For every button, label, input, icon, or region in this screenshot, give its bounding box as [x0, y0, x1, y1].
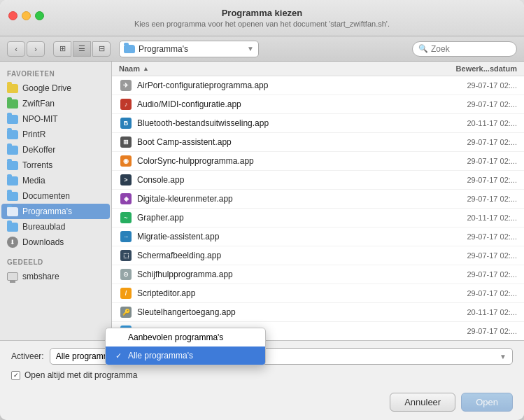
file-item[interactable]: ⊞Boot Camp-assistent.app29-07-17 02:...	[112, 133, 524, 152]
sidebar-item-zwiftfan[interactable]: ZwiftFan	[1, 96, 110, 111]
file-item-icon: ⬚	[119, 248, 133, 262]
sidebar-item-de-koffer[interactable]: DeKoffer	[1, 142, 110, 158]
sidebar-item-npo-mit[interactable]: NPO-MIT	[1, 111, 110, 127]
checkbox-label: Open altijd met dit programma	[24, 370, 137, 380]
folder-icon	[124, 45, 135, 53]
sidebar-item-label: Bureaublad	[22, 222, 65, 232]
file-item-date: 29-07-17 02:...	[426, 327, 517, 335]
documenten-icon	[7, 190, 18, 202]
file-item-date: 29-07-17 02:...	[426, 195, 517, 203]
sidebar-item-label: Programma's	[22, 206, 72, 216]
file-item-name: Grapher.app	[137, 213, 426, 223]
file-item-icon: ♪	[119, 97, 133, 111]
smbshare-icon	[7, 271, 18, 282]
sidebar-item-programmas[interactable]: Programma's	[1, 204, 110, 219]
file-list: ✈AirPort-configuratieprogramma.app29-07-…	[112, 76, 524, 340]
file-item[interactable]: >Console.app29-07-17 02:...	[112, 171, 524, 190]
file-item[interactable]: ⬚Schermafbeelding.app29-07-17 02:...	[112, 246, 524, 265]
file-item-name: Schijfhulpprogramma.app	[137, 270, 426, 279]
sidebar-item-torrents[interactable]: Torrents	[1, 158, 110, 173]
window: Programma kiezen Kies een programma voor…	[0, 0, 524, 420]
col-name-header: Naam ▲	[119, 64, 426, 73]
sort-arrow-icon: ▲	[143, 65, 149, 72]
file-item-date: 29-07-17 02:...	[426, 289, 517, 298]
sidebar-item-label: ZwiftFan	[22, 99, 55, 108]
minimize-button[interactable]	[22, 11, 31, 20]
folder-selector-arrow-icon: ▼	[247, 45, 254, 52]
view-column-button[interactable]: ⊟	[92, 41, 111, 57]
file-item[interactable]: ◈Digitale-kleurenmeter.app29-07-17 02:..…	[112, 190, 524, 209]
cancel-button[interactable]: Annuleer	[390, 393, 455, 412]
view-list-button[interactable]: ☰	[73, 41, 91, 57]
file-item-date: 29-07-17 02:...	[426, 251, 517, 260]
file-item-date: 29-07-17 02:...	[426, 81, 517, 90]
search-icon: 🔍	[418, 44, 428, 53]
folder-selector[interactable]: Programma's ▼	[119, 41, 259, 57]
activeer-label: Activeer:	[11, 351, 44, 361]
file-item[interactable]: ~Grapher.app20-11-17 02:...	[112, 209, 524, 227]
sidebar-item-documenten[interactable]: Documenten	[1, 188, 110, 204]
dropdown-item-aanbevolen[interactable]: Aanbevolen programma's	[106, 328, 265, 346]
open-button[interactable]: Open	[461, 393, 513, 412]
forward-button[interactable]: ›	[27, 41, 45, 57]
sidebar-item-google-drive[interactable]: Google Drive	[1, 80, 110, 96]
file-item[interactable]: BBluetooth-bestandsuitwisseling.app20-11…	[112, 114, 524, 133]
file-item[interactable]: ♪Audio/MIDI-configuratie.app29-07-17 02:…	[112, 95, 524, 114]
file-item[interactable]: ⊙Schijfhulpprogramma.app29-07-17 02:...	[112, 265, 524, 284]
google-drive-icon	[7, 83, 18, 94]
file-item-name: Boot Camp-assistent.app	[137, 137, 426, 147]
sidebar-item-printr[interactable]: PrintR	[1, 127, 110, 142]
search-box[interactable]: 🔍	[412, 41, 517, 57]
file-item[interactable]: →Migratie-assistent.app29-07-17 02:...	[112, 227, 524, 246]
file-item-date: 29-07-17 02:...	[426, 232, 517, 241]
file-item-icon: ~	[119, 211, 133, 225]
file-item-date: 29-07-17 02:...	[426, 100, 517, 108]
sidebar-item-label: Media	[22, 176, 45, 186]
file-item-icon: >	[119, 173, 133, 187]
file-item[interactable]: ◉ColorSync-hulpprogramma.app29-07-17 02:…	[112, 152, 524, 171]
file-item-name: Audio/MIDI-configuratie.app	[137, 99, 426, 109]
back-button[interactable]: ‹	[7, 41, 25, 57]
dropdown-item-alle[interactable]: ✓ Alle programma's	[106, 346, 265, 365]
sidebar-item-media[interactable]: Media	[1, 173, 110, 188]
sidebar-item-smbshare[interactable]: smbshare	[1, 269, 110, 284]
sidebar-item-label: Torrents	[22, 160, 52, 170]
file-item-date: 29-07-17 02:...	[426, 138, 517, 146]
file-item-name: Schermafbeelding.app	[137, 251, 426, 260]
sidebar-item-label: smbshare	[22, 272, 59, 281]
view-buttons: ⊞ ☰ ⊟	[53, 41, 111, 57]
file-item-icon: /	[119, 286, 133, 300]
file-item-icon: 🔑	[119, 305, 133, 319]
maximize-button[interactable]	[35, 11, 44, 20]
programmas-icon	[7, 206, 18, 217]
de-koffer-icon	[7, 144, 18, 155]
search-input[interactable]	[431, 44, 511, 54]
favorites-label: FAVORIETEN	[0, 67, 111, 80]
window-subtitle: Kies een programma voor het openen van h…	[134, 20, 390, 28]
button-row: Annuleer Open	[0, 387, 524, 420]
downloads-icon: ⬇	[7, 237, 18, 248]
file-item-icon: ◉	[119, 154, 133, 168]
view-icon-button[interactable]: ⊞	[53, 41, 71, 57]
shared-label: GEDEELD	[0, 255, 111, 269]
npo-mit-icon	[7, 113, 18, 125]
file-item-date: 20-11-17 02:...	[426, 214, 517, 222]
check-icon: ✓	[115, 351, 124, 360]
file-item[interactable]: ✈AirPort-configuratieprogramma.app29-07-…	[112, 76, 524, 95]
file-item[interactable]: 🔑Sleutelhangertoegang.app20-11-17 02:...	[112, 303, 524, 322]
file-item-name: Digitale-kleurenmeter.app	[137, 194, 426, 204]
file-item-icon: →	[119, 230, 133, 244]
main-content: Naam ▲ Bewerk...sdatum ✈AirPort-configur…	[112, 62, 524, 340]
file-item-name: ColorSync-hulpprogramma.app	[137, 156, 426, 166]
sidebar-item-bureaublad[interactable]: Bureaublad	[1, 219, 110, 234]
close-button[interactable]	[8, 11, 17, 20]
file-item-icon: ⊙	[119, 267, 133, 281]
col-date-header: Bewerk...sdatum	[426, 64, 517, 73]
dropdown-popup: Aanbevolen programma's ✓ Alle programma'…	[105, 328, 266, 365]
sidebar-item-downloads[interactable]: ⬇ Downloads	[1, 234, 110, 250]
open-always-checkbox[interactable]: ✓	[11, 371, 20, 380]
printr-icon	[7, 129, 18, 140]
file-item[interactable]: /Scripteditor.app29-07-17 02:...	[112, 284, 524, 303]
checkbox-row: ✓ Open altijd met dit programma	[0, 369, 524, 387]
toolbar: ‹ › ⊞ ☰ ⊟ Programma's ▼ 🔍	[0, 36, 524, 62]
